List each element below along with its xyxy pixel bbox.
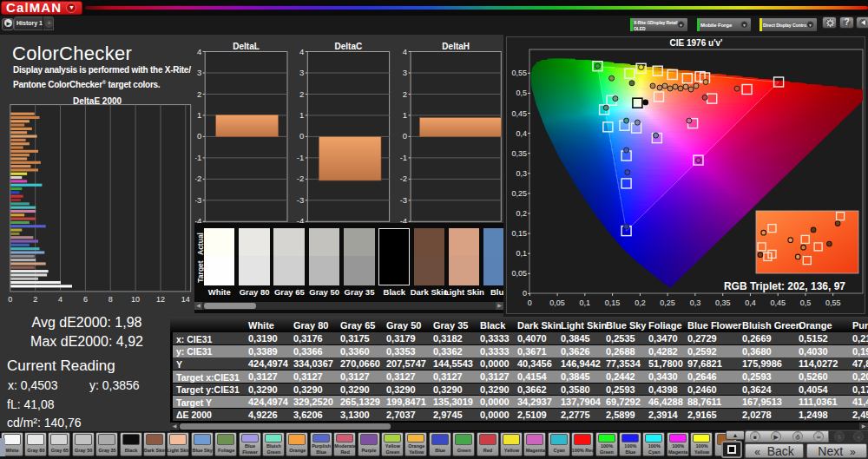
svg-text:3: 3 [197, 68, 201, 77]
svg-text:0,3: 0,3 [516, 169, 527, 178]
svg-text:RGB Triplet: 202, 136, 97: RGB Triplet: 202, 136, 97 [724, 280, 845, 292]
svg-text:0,25: 0,25 [660, 298, 675, 307]
svg-text:-3: -3 [297, 195, 304, 205]
svg-text:DeltaH: DeltaH [442, 42, 470, 51]
svg-text:0,35: 0,35 [715, 298, 731, 307]
svg-text:0,2: 0,2 [516, 209, 527, 218]
svg-text:4: 4 [58, 295, 62, 304]
svg-text:3: 3 [403, 68, 407, 77]
svg-text:-2: -2 [400, 174, 407, 183]
svg-text:0,15: 0,15 [511, 229, 527, 238]
svg-text:0: 0 [197, 131, 201, 141]
svg-text:0,45: 0,45 [511, 109, 527, 118]
svg-text:1: 1 [197, 110, 201, 120]
svg-text:0,15: 0,15 [605, 298, 621, 307]
svg-text:10: 10 [131, 295, 140, 304]
svg-text:4: 4 [299, 47, 304, 56]
svg-text:0: 0 [528, 298, 532, 307]
svg-text:0: 0 [403, 131, 407, 141]
svg-text:0,45: 0,45 [770, 298, 786, 307]
svg-text:DeltaC: DeltaC [335, 42, 363, 51]
svg-text:0,55: 0,55 [825, 298, 841, 307]
svg-text:-2: -2 [195, 174, 201, 183]
svg-text:0: 0 [299, 131, 304, 141]
svg-text:14: 14 [181, 295, 190, 304]
svg-text:1: 1 [299, 110, 304, 120]
svg-text:0,4: 0,4 [516, 129, 527, 138]
svg-text:2: 2 [33, 295, 37, 304]
svg-text:12: 12 [156, 295, 165, 304]
svg-text:0,05: 0,05 [511, 269, 527, 278]
svg-text:2: 2 [299, 89, 304, 99]
svg-text:2: 2 [197, 89, 201, 99]
svg-text:-3: -3 [400, 195, 407, 205]
svg-text:6: 6 [83, 295, 88, 304]
svg-text:0: 0 [8, 295, 12, 304]
svg-text:2: 2 [403, 89, 407, 99]
svg-text:4: 4 [403, 47, 407, 56]
svg-text:0: 0 [523, 289, 527, 298]
svg-text:0,1: 0,1 [516, 249, 527, 258]
svg-text:3: 3 [299, 68, 304, 77]
svg-text:0,35: 0,35 [511, 149, 527, 158]
svg-text:-1: -1 [195, 153, 201, 162]
svg-text:0,55: 0,55 [511, 69, 527, 77]
svg-text:-1: -1 [400, 153, 407, 162]
svg-text:DeltaL: DeltaL [233, 42, 260, 51]
svg-text:0,3: 0,3 [690, 298, 701, 307]
svg-text:0,25: 0,25 [511, 189, 527, 198]
svg-text:0,05: 0,05 [549, 298, 565, 307]
svg-text:CIE 1976 u'v': CIE 1976 u'v' [670, 38, 723, 48]
svg-text:1: 1 [403, 110, 407, 120]
svg-text:0,4: 0,4 [745, 298, 756, 307]
svg-text:8: 8 [108, 295, 113, 304]
svg-text:4: 4 [197, 47, 201, 56]
svg-text:0,5: 0,5 [800, 298, 812, 307]
svg-text:-2: -2 [297, 174, 304, 183]
svg-text:-3: -3 [195, 195, 201, 205]
svg-text:0,1: 0,1 [580, 298, 591, 307]
svg-text:-1: -1 [297, 153, 304, 162]
svg-text:0,2: 0,2 [635, 298, 646, 307]
svg-text:0,5: 0,5 [516, 89, 527, 97]
